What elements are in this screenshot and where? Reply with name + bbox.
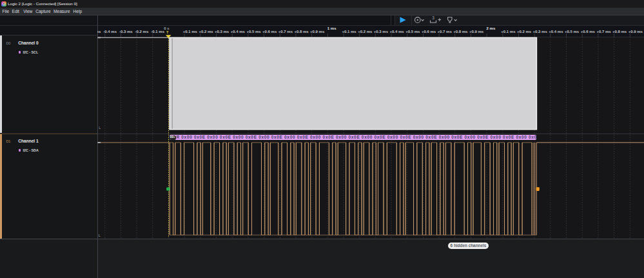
svg-text:3: 3 <box>432 15 434 20</box>
